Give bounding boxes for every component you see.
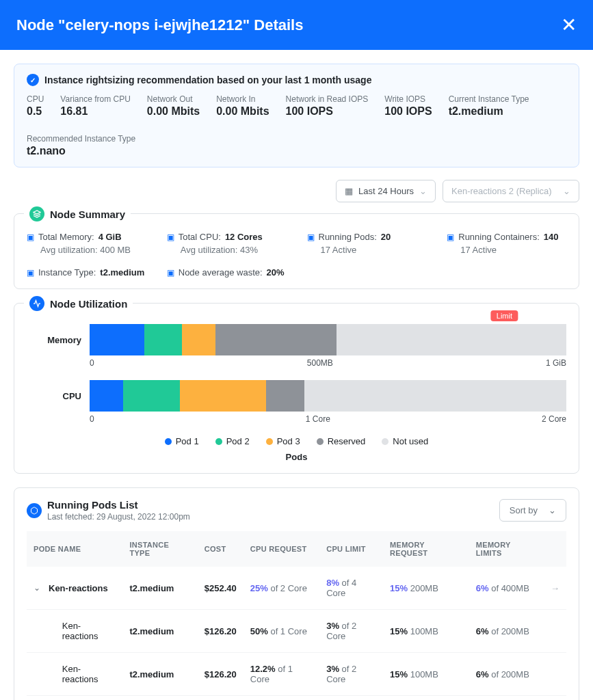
- cpu-row: CPU: [27, 380, 566, 412]
- bar-segment: [123, 380, 181, 412]
- section-title: Node Summary: [24, 206, 131, 221]
- metric-label: Network Out: [147, 94, 200, 104]
- chip-icon: ▣: [307, 232, 315, 242]
- instance-type: t2.medium: [122, 653, 197, 696]
- column-header: COST: [198, 531, 243, 567]
- calendar-icon: ▦: [345, 186, 353, 196]
- metric-label: Write IOPS: [384, 94, 432, 104]
- metric-label: Network In: [216, 94, 269, 104]
- chip-icon: ▣: [27, 268, 34, 278]
- metric-label: CPU: [27, 94, 44, 104]
- metric-label: Variance from CPU: [60, 94, 130, 104]
- cpu-limit: 3% of 2 Core: [319, 653, 383, 696]
- cost: $126.20: [198, 653, 243, 696]
- metric: Variance from CPU16.81: [60, 94, 130, 118]
- cpu-request: 25% of 3 Core: [243, 696, 319, 701]
- instance-type: t2.medium: [122, 696, 197, 701]
- column-header: INSTANCE TYPE: [122, 531, 197, 567]
- cpu-bar: [90, 380, 566, 412]
- summary-grid: ▣Total Memory: 4 GiB Avg utilization: 40…: [27, 232, 566, 278]
- legend-pod1: Pod 1: [165, 436, 199, 446]
- metric: Network In0.00 Mbits: [216, 94, 269, 118]
- cpu-limit: 3% of 2 Core: [319, 610, 383, 653]
- metric-value: 0.5: [27, 105, 44, 118]
- pod-name: Ken-reactions: [62, 664, 116, 684]
- pods-table: PODE NAMEINSTANCE TYPECOSTCPU REQUESTCPU…: [27, 531, 566, 700]
- pods-title-block: Running Pods List Last fetched: 29 Augus…: [27, 499, 190, 522]
- bar-segment: [215, 324, 337, 355]
- pods-header: Running Pods List Last fetched: 29 Augus…: [27, 499, 566, 522]
- column-header: CPU LIMIT: [319, 531, 383, 567]
- chip-icon: ▣: [167, 232, 174, 242]
- recommendation-title: Instance rightsizing recommendation base…: [44, 75, 371, 85]
- memory-limit: 6% of 200MB: [469, 653, 544, 696]
- timerange-dropdown[interactable]: ▦ Last 24 Hours ⌄: [336, 180, 436, 202]
- legend-reserved: Reserved: [317, 436, 366, 446]
- memory-request: 15% 200MB: [383, 567, 469, 610]
- memory-bar-container: Limit: [90, 324, 566, 355]
- summary-instance-type: ▣Instance Type: t2.medium: [27, 267, 146, 278]
- metric: Current Instance Typet2.medium: [449, 94, 529, 118]
- metric-value: 16.81: [60, 105, 130, 118]
- bar-segment: [337, 324, 566, 355]
- memory-axis-row: 0 500MB 1 GiB: [27, 357, 566, 375]
- memory-limit: 6% of 400MB: [469, 567, 544, 610]
- node-utilization-section: Node Utilization Memory Limit 0 500MB 1 …: [14, 303, 579, 474]
- recommendation-header: ✓ Instance rightsizing recommendation ba…: [27, 74, 566, 86]
- sort-dropdown[interactable]: Sort by ⌄: [499, 499, 566, 522]
- memory-request: 15% 200MB: [383, 696, 469, 701]
- table-row[interactable]: ›Ken-reactionst2.medium$252.4025% of 3 C…: [27, 696, 566, 701]
- limit-badge: Limit: [491, 310, 518, 321]
- cpu-request: 12.2% of 1 Core: [243, 653, 319, 696]
- memory-request: 15% 100MB: [383, 653, 469, 696]
- summary-cpu: ▣Total CPU: 12 Cores Avg utilization: 43…: [167, 232, 287, 255]
- close-icon[interactable]: ✕: [561, 14, 577, 36]
- bar-segment: [266, 380, 304, 412]
- page-title: Node "celery-nops i-ejwjhe1212" Details: [16, 16, 303, 34]
- modal-header: Node "celery-nops i-ejwjhe1212" Details …: [0, 0, 593, 50]
- metric-value: 0.00 Mbits: [216, 105, 269, 118]
- replica-dropdown[interactable]: Ken-reactions 2 (Replica) ⌄: [443, 180, 579, 202]
- metric-value: 100 IOPS: [384, 105, 432, 118]
- metric: CPU0.5: [27, 94, 44, 118]
- cube-icon: [27, 503, 42, 518]
- utilization-body: Memory Limit 0 500MB 1 GiB CPU: [27, 324, 566, 462]
- metric-value: t2.medium: [449, 105, 529, 118]
- bar-segment: [90, 324, 144, 355]
- bar-segment: [304, 380, 566, 412]
- layers-icon: [29, 206, 44, 221]
- memory-limit: 6% of 400MB: [469, 696, 544, 701]
- chevron-down-icon: ⌄: [563, 186, 570, 196]
- node-summary-section: Node Summary ▣Total Memory: 4 GiB Avg ut…: [14, 213, 579, 289]
- table-row[interactable]: Ken-reactionst2.medium$126.2012.2% of 1 …: [27, 653, 566, 696]
- controls-row: ▦ Last 24 Hours ⌄ Ken-reactions 2 (Repli…: [14, 180, 579, 202]
- legend-notused: Not used: [382, 436, 428, 446]
- bar-segment: [144, 324, 181, 355]
- metric-label: Current Instance Type: [449, 94, 529, 104]
- chevron-down-icon: ⌄: [549, 505, 556, 515]
- table-body: ⌄Ken-reactionst2.medium$252.4025% of 2 C…: [27, 567, 566, 700]
- cost: $252.40: [198, 696, 243, 701]
- arrow-right-icon[interactable]: →: [551, 583, 559, 593]
- chevron-down-icon[interactable]: ⌄: [34, 583, 43, 593]
- table-row[interactable]: Ken-reactionst2.medium$126.2050% of 1 Co…: [27, 610, 566, 653]
- bar-segment: [180, 380, 265, 412]
- pod-name: Ken-reactions: [62, 621, 116, 641]
- table-row[interactable]: ⌄Ken-reactionst2.medium$252.4025% of 2 C…: [27, 567, 566, 610]
- cpu-axis-row: 0 1 Core 2 Core: [27, 413, 566, 431]
- chevron-down-icon: ⌄: [419, 186, 427, 196]
- activity-icon: [29, 296, 44, 311]
- cpu-axis: 0 1 Core 2 Core: [90, 414, 566, 424]
- column-header: MEMORY REQUEST: [383, 531, 469, 567]
- instance-type: t2.medium: [122, 610, 197, 653]
- chip-icon: ▣: [167, 268, 174, 278]
- table-header-row: PODE NAMEINSTANCE TYPECOSTCPU REQUESTCPU…: [27, 531, 566, 567]
- metric-value: 100 IOPS: [286, 105, 369, 118]
- cpu-limit: 8% of 4 Core: [319, 567, 383, 610]
- cost: $252.40: [198, 567, 243, 610]
- metric: Recommended Instance Typet2.nano: [27, 134, 135, 157]
- cpu-bar-container: [90, 380, 566, 412]
- metric: Network in Read IOPS100 IOPS: [286, 94, 369, 118]
- section-title: Node Utilization: [24, 296, 133, 311]
- cpu-request: 50% of 1 Core: [243, 610, 319, 653]
